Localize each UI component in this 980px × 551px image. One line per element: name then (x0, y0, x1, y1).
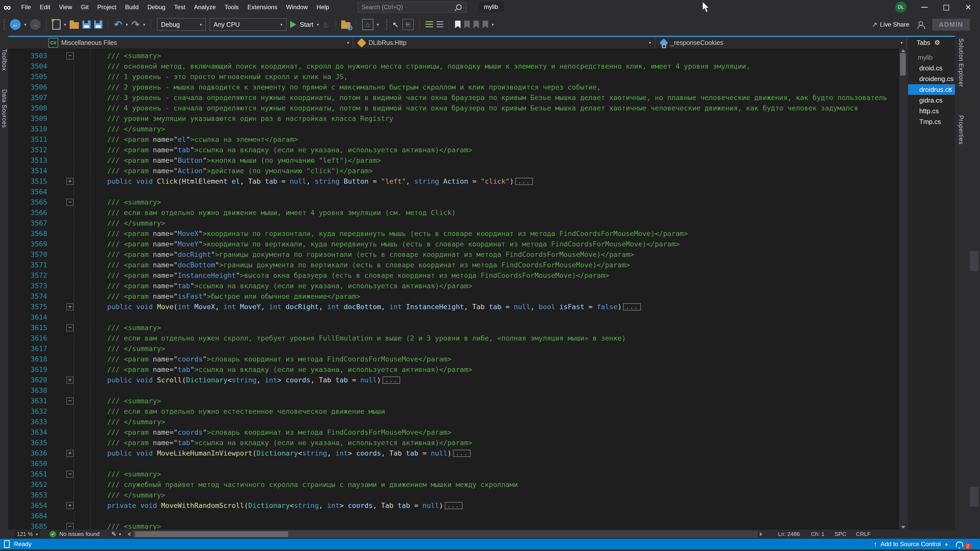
minimize-button[interactable] (914, 0, 935, 14)
menu-analyze[interactable]: Analyze (189, 0, 220, 14)
collapse-region-icon[interactable]: − (66, 523, 73, 530)
menu-edit[interactable]: Edit (35, 0, 55, 14)
menu-project[interactable]: Project (93, 0, 121, 14)
sidebar-tab-solution-explorer[interactable]: Solution Explorer (958, 38, 964, 87)
menu-git[interactable]: Git (76, 0, 93, 14)
chevron-up-icon[interactable]: ▲ (944, 542, 948, 546)
document-outline-icon[interactable]: ⎘ (402, 19, 414, 30)
menu-debug[interactable]: Debug (143, 0, 170, 14)
eol-indicator[interactable]: CRLF (856, 531, 870, 537)
new-file-icon[interactable]: ✳ (52, 19, 60, 30)
find-in-files-icon[interactable] (341, 22, 350, 29)
admin-button[interactable]: ADMIN (932, 19, 970, 30)
user-avatar[interactable]: DL (895, 2, 907, 13)
scroll-left-icon[interactable] (127, 532, 130, 537)
collapse-region-icon[interactable]: − (66, 199, 73, 206)
vertical-scrollbar[interactable] (899, 48, 907, 530)
vertical-scrollbar-thumb[interactable] (900, 53, 906, 76)
expand-region-icon[interactable]: + (66, 303, 73, 310)
toolbar-grip[interactable] (3, 19, 6, 30)
previous-bookmark-icon[interactable] (464, 21, 470, 28)
horizontal-scrollbar-thumb[interactable] (135, 531, 288, 537)
toggle-bookmark-icon[interactable] (455, 21, 461, 28)
solution-configuration-select[interactable]: Debug▾ (157, 18, 206, 31)
sidebar-tab-data-sources[interactable]: Data Sources (1, 89, 8, 128)
member-dropdown[interactable]: _responseCookies ▾ (655, 37, 907, 48)
new-file-dropdown-icon[interactable]: ▾ (64, 22, 66, 27)
menu-test[interactable]: Test (170, 0, 189, 14)
redo-dropdown-icon[interactable]: ▾ (143, 22, 145, 27)
hot-reload-icon[interactable]: ♨ (323, 20, 329, 29)
project-dropdown[interactable]: C# Miscellaneous Files ▾ (8, 37, 353, 48)
issues-status[interactable]: No issues found (59, 531, 100, 537)
file-item-droidrus-cs[interactable]: droidrus.cs✕ (908, 84, 955, 95)
expand-region-icon[interactable]: + (66, 502, 73, 509)
collapsed-region-box[interactable]: ... (623, 303, 641, 310)
undo-icon[interactable]: ↶ (114, 19, 122, 30)
collapsed-region-box[interactable]: ... (453, 450, 471, 457)
save-icon[interactable] (83, 21, 91, 29)
expand-region-icon[interactable]: + (66, 376, 73, 384)
comment-lines-icon[interactable] (425, 21, 433, 28)
home-icon[interactable]: ⌂ (362, 19, 373, 30)
restore-button[interactable] (935, 0, 956, 14)
start-dropdown-icon[interactable]: ▾ (317, 22, 319, 27)
gear-icon[interactable]: ⚙ (934, 39, 940, 47)
collapse-region-icon[interactable]: − (66, 52, 73, 59)
zoom-select[interactable]: 121 % ▾ (14, 530, 40, 538)
start-button[interactable]: Start (300, 21, 313, 28)
open-file-icon[interactable] (70, 22, 79, 29)
live-share-button[interactable]: ↗ Live Share (872, 21, 909, 29)
next-bookmark-icon[interactable] (473, 21, 479, 28)
menu-tools[interactable]: Tools (220, 0, 243, 14)
menu-file[interactable]: File (17, 0, 35, 14)
notifications-bell-icon[interactable] (956, 541, 963, 547)
type-dropdown[interactable]: DLibRus.Http ▾ (353, 37, 655, 48)
selection-cursor-icon[interactable]: ↖ (393, 20, 399, 29)
scroll-up-icon[interactable] (901, 49, 905, 52)
collapsed-region-box[interactable]: ... (445, 502, 463, 509)
feedback-icon[interactable] (917, 21, 924, 28)
navigate-back-button[interactable]: ← (10, 19, 21, 30)
file-item-http-cs[interactable]: http.cs (908, 106, 955, 116)
menu-build[interactable]: Build (121, 0, 143, 14)
solution-platform-select[interactable]: Any CPU▾ (210, 18, 286, 31)
sidebar-tab-toolbox[interactable]: Toolbox (1, 49, 8, 71)
collapse-region-icon[interactable]: − (66, 397, 73, 405)
search-input[interactable]: Search (Ctrl+Q) (358, 2, 466, 13)
save-all-icon[interactable] (94, 21, 102, 29)
start-debug-icon[interactable] (290, 21, 296, 28)
collapse-region-icon[interactable]: − (66, 324, 73, 331)
home-dropdown-icon[interactable]: ▾ (377, 22, 379, 27)
column-indicator[interactable]: Ch: 1 (811, 531, 824, 537)
file-item-gidra-cs[interactable]: gidra.cs (908, 95, 955, 106)
project-badge[interactable]: mylib (478, 2, 504, 12)
code-editor[interactable]: 3503−/// <summary>3504/// основной метод… (8, 48, 907, 530)
collapsed-region-box[interactable]: ... (383, 376, 400, 384)
expand-region-icon[interactable]: + (66, 450, 73, 457)
clear-bookmarks-icon[interactable] (483, 21, 488, 28)
add-to-source-control-button[interactable]: Add to Source Control (880, 540, 941, 548)
close-button[interactable]: ✕ (958, 0, 979, 14)
file-item-droid-cs[interactable]: droid.cs (908, 63, 955, 73)
menu-view[interactable]: View (55, 0, 76, 14)
horizontal-scrollbar[interactable] (132, 530, 758, 538)
navigate-forward-button[interactable]: → (30, 19, 41, 30)
whitespace-indicator[interactable]: SPC (835, 531, 846, 537)
edit-mode-icon[interactable]: ✎ (111, 530, 116, 538)
collapse-region-icon[interactable]: − (66, 471, 73, 478)
chevron-down-icon[interactable]: ▾ (119, 532, 121, 537)
bookmark-dropdown-icon[interactable]: ▾ (492, 22, 494, 27)
back-dropdown-icon[interactable]: ▾ (24, 22, 26, 27)
uncomment-lines-icon[interactable] (437, 21, 443, 28)
line-indicator[interactable]: Ln: 2486 (778, 531, 800, 537)
menu-help[interactable]: Help (312, 0, 333, 14)
file-item-droideng-cs[interactable]: droideng.cs (908, 73, 955, 84)
scroll-down-icon[interactable] (901, 526, 905, 529)
menu-window[interactable]: Window (282, 0, 312, 14)
sidebar-tab-properties[interactable]: Properties (958, 115, 964, 144)
file-item-Tmp-cs[interactable]: Tmp.cs (908, 116, 955, 127)
redo-icon[interactable]: ↷ (131, 19, 140, 30)
toolbar-grip[interactable] (386, 19, 389, 30)
scroll-right-icon[interactable] (760, 532, 762, 537)
